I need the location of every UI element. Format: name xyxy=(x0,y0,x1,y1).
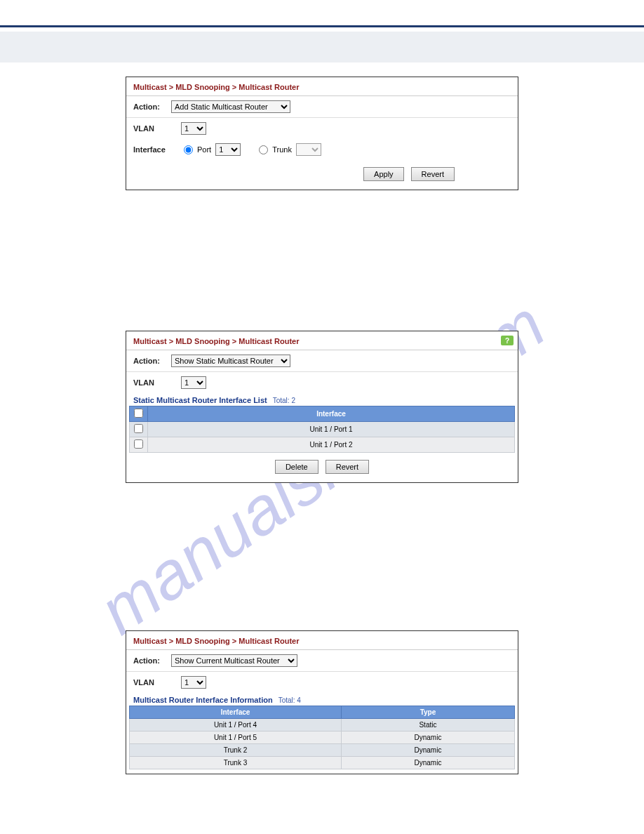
breadcrumb: Multicast > MLD Snooping > Multicast Rou… xyxy=(126,331,518,350)
delete-button[interactable]: Delete xyxy=(275,460,318,474)
col-interface: Interface xyxy=(148,406,515,422)
vlan-select[interactable]: 1 xyxy=(181,122,206,135)
cell-interface: Trunk 2 xyxy=(130,744,342,757)
table-row: Trunk 2 Dynamic xyxy=(130,744,515,757)
port-select[interactable]: 1 xyxy=(215,143,241,156)
interface-row: Interface Port 1 Trunk xyxy=(126,139,518,160)
list-total: Total: 2 xyxy=(273,397,295,404)
list-title-row: Multicast Router Interface Information T… xyxy=(126,693,518,706)
action-label: Action: xyxy=(133,357,166,365)
col-type: Type xyxy=(341,706,514,719)
cell-interface: Unit 1 / Port 4 xyxy=(130,719,342,732)
row-checkbox[interactable] xyxy=(134,439,143,449)
cell-type: Dynamic xyxy=(341,744,514,757)
list-title-row: Static Multicast Router Interface List T… xyxy=(126,393,518,406)
list-title: Static Multicast Router Interface List xyxy=(133,396,267,404)
action-row: Action: Show Current Multicast Router xyxy=(126,650,518,672)
action-row: Action: Show Static Multicast Router xyxy=(126,350,518,372)
vlan-label: VLAN xyxy=(133,678,175,687)
table-row: Unit 1 / Port 2 xyxy=(130,437,515,453)
trunk-radio[interactable] xyxy=(259,145,268,154)
action-row: Action: Add Static Multicast Router xyxy=(126,96,518,118)
select-all-checkbox[interactable] xyxy=(134,409,143,418)
help-icon[interactable]: ? xyxy=(501,336,514,345)
cell-interface: Unit 1 / Port 2 xyxy=(148,437,515,453)
cell-interface: Unit 1 / Port 1 xyxy=(148,422,515,437)
breadcrumb: Multicast > MLD Snooping > Multicast Rou… xyxy=(126,631,518,650)
cell-type: Dynamic xyxy=(341,757,514,769)
port-radio[interactable] xyxy=(184,145,193,154)
port-label: Port xyxy=(197,145,211,154)
cell-interface: Unit 1 / Port 5 xyxy=(130,732,342,744)
button-bar: Delete Revert xyxy=(126,453,518,482)
trunk-label: Trunk xyxy=(272,145,292,154)
vlan-row: VLAN 1 xyxy=(126,118,518,139)
list-total: Total: 4 xyxy=(279,696,301,704)
cell-type: Dynamic xyxy=(341,732,514,744)
revert-button[interactable]: Revert xyxy=(326,460,369,474)
trunk-select[interactable] xyxy=(296,143,321,156)
breadcrumb: Multicast > MLD Snooping > Multicast Rou… xyxy=(126,77,518,96)
static-router-table: Interface Unit 1 / Port 1 Unit 1 / Port … xyxy=(129,406,515,453)
cell-interface: Trunk 3 xyxy=(130,757,342,769)
action-select[interactable]: Show Current Multicast Router xyxy=(171,654,297,667)
panel-show-current-router: Multicast > MLD Snooping > Multicast Rou… xyxy=(126,630,518,774)
table-row: Unit 1 / Port 5 Dynamic xyxy=(130,732,515,744)
vlan-row: VLAN 1 xyxy=(126,672,518,693)
table-row: Unit 1 / Port 1 xyxy=(130,422,515,437)
vlan-row: VLAN 1 xyxy=(126,372,518,393)
current-router-table: Interface Type Unit 1 / Port 4 Static Un… xyxy=(129,706,515,769)
action-select[interactable]: Show Static Multicast Router xyxy=(171,355,290,367)
panel-add-static-router: Multicast > MLD Snooping > Multicast Rou… xyxy=(126,77,518,190)
vlan-label: VLAN xyxy=(133,378,175,387)
revert-button[interactable]: Revert xyxy=(411,167,455,181)
cell-type: Static xyxy=(341,719,514,732)
header-gray-band xyxy=(0,32,644,62)
table-row: Unit 1 / Port 4 Static xyxy=(130,719,515,732)
vlan-select[interactable]: 1 xyxy=(181,376,206,389)
table-row: Trunk 3 Dynamic xyxy=(130,757,515,769)
panel-show-static-router: ? Multicast > MLD Snooping > Multicast R… xyxy=(126,331,518,483)
list-title: Multicast Router Interface Information xyxy=(133,696,273,704)
row-checkbox[interactable] xyxy=(134,424,143,433)
vlan-label: VLAN xyxy=(133,124,175,133)
action-label: Action: xyxy=(133,102,166,111)
select-all-header xyxy=(130,406,148,422)
interface-label: Interface xyxy=(133,145,175,154)
apply-button[interactable]: Apply xyxy=(363,167,404,181)
col-interface: Interface xyxy=(130,706,342,719)
vlan-select[interactable]: 1 xyxy=(181,676,206,689)
button-bar: Apply Revert xyxy=(126,160,518,190)
action-select[interactable]: Add Static Multicast Router xyxy=(171,100,290,113)
action-label: Action: xyxy=(133,656,166,665)
